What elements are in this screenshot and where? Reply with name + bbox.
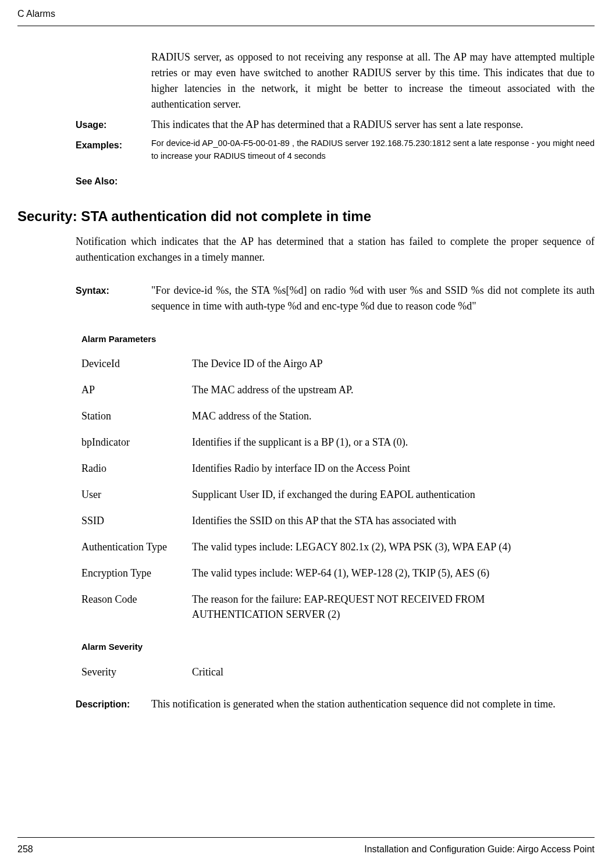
severity-label: Severity: [81, 664, 192, 680]
severity-row: Severity Critical: [81, 664, 595, 680]
description-label: Description:: [76, 696, 151, 712]
page-footer: 258 Installation and Configuration Guide…: [17, 837, 595, 856]
param-row: SSID Identifies the SSID on this AP that…: [81, 513, 560, 529]
param-row: Authentication Type The valid types incl…: [81, 539, 560, 555]
guide-title: Installation and Configuration Guide: Ai…: [364, 842, 595, 856]
section-intro: Notification which indicates that the AP…: [76, 234, 595, 265]
param-name: DeviceId: [81, 356, 192, 372]
param-desc: The valid types include: LEGACY 802.1x (…: [192, 539, 560, 555]
param-name: Radio: [81, 461, 192, 476]
param-name: Authentication Type: [81, 539, 192, 555]
param-name: bpIndicator: [81, 435, 192, 450]
param-desc: The reason for the failure: EAP-REQUEST …: [192, 592, 560, 622]
alarm-params-table: DeviceId The Device ID of the Airgo AP A…: [81, 356, 560, 622]
param-row: bpIndicator Identifies if the supplicant…: [81, 435, 560, 450]
param-row: Encryption Type The valid types include:…: [81, 565, 560, 581]
usage-label: Usage:: [76, 117, 151, 133]
examples-label: Examples:: [76, 137, 151, 163]
section-heading: Security: STA authentication did not com…: [17, 206, 595, 227]
description-row: Description: This notification is genera…: [76, 696, 595, 712]
param-desc: Identifies Radio by interface ID on the …: [192, 461, 560, 476]
page-header: C Alarms: [17, 7, 595, 26]
param-desc: The Device ID of the Airgo AP: [192, 356, 560, 372]
param-desc: Identifies if the supplicant is a BP (1)…: [192, 435, 560, 450]
param-name: Encryption Type: [81, 565, 192, 581]
param-name: AP: [81, 382, 192, 398]
examples-row: Examples: For device-id AP_00-0A-F5-00-0…: [76, 137, 595, 163]
param-name: Reason Code: [81, 592, 192, 622]
param-row: Station MAC address of the Station.: [81, 408, 560, 424]
param-name: SSID: [81, 513, 192, 529]
param-row: Radio Identifies Radio by interface ID o…: [81, 461, 560, 476]
alarm-severity-heading: Alarm Severity: [81, 641, 595, 654]
syntax-row: Syntax: "For device-id %s, the STA %s[%d…: [76, 283, 595, 314]
param-desc: Supplicant User ID, if exchanged the dur…: [192, 487, 560, 503]
param-name: User: [81, 487, 192, 503]
continuation-text: RADIUS server, as opposed to not receivi…: [151, 49, 595, 112]
param-desc: Identifies the SSID on this AP that the …: [192, 513, 560, 529]
param-desc: The valid types include: WEP-64 (1), WEP…: [192, 565, 560, 581]
header-text: C Alarms: [17, 9, 55, 19]
param-row: User Supplicant User ID, if exchanged th…: [81, 487, 560, 503]
param-row: DeviceId The Device ID of the Airgo AP: [81, 356, 560, 372]
usage-row: Usage: This indicates that the AP has de…: [76, 117, 595, 133]
severity-value: Critical: [192, 664, 595, 680]
param-desc: The MAC address of the upstream AP.: [192, 382, 560, 398]
examples-text: For device-id AP_00-0A-F5-00-01-89 , the…: [151, 137, 595, 163]
alarm-params-heading: Alarm Parameters: [81, 333, 595, 346]
param-row: AP The MAC address of the upstream AP.: [81, 382, 560, 398]
syntax-label: Syntax:: [76, 283, 151, 314]
param-name: Station: [81, 408, 192, 424]
usage-text: This indicates that the AP has determine…: [151, 117, 595, 133]
syntax-text: "For device-id %s, the STA %s[%d] on rad…: [151, 283, 595, 314]
param-row: Reason Code The reason for the failure: …: [81, 592, 560, 622]
see-also-label: See Also:: [76, 175, 595, 188]
description-text: This notification is generated when the …: [151, 696, 595, 712]
param-desc: MAC address of the Station.: [192, 408, 560, 424]
page-number: 258: [17, 842, 33, 856]
